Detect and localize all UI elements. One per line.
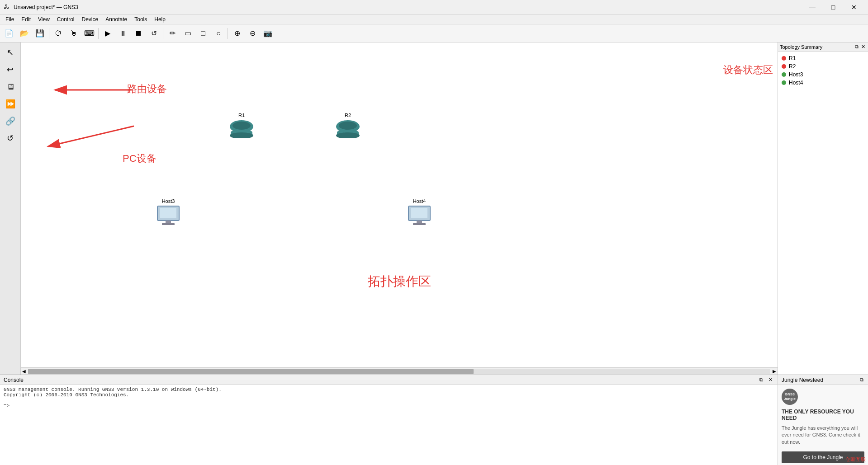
sep3 bbox=[163, 28, 163, 39]
undo-btn[interactable]: ↺ bbox=[2, 130, 19, 146]
forward-btn[interactable]: ⏩ bbox=[2, 96, 19, 112]
timer-btn[interactable]: ⏱ bbox=[51, 26, 66, 41]
topo-device-Host3[interactable]: Host3 bbox=[782, 70, 864, 79]
topology-area-label: 拓扑操作区 bbox=[368, 273, 431, 290]
menu-item-tools[interactable]: Tools bbox=[131, 15, 151, 23]
network-btn[interactable]: 🔗 bbox=[2, 113, 19, 129]
pause-btn[interactable]: ⏸ bbox=[116, 26, 130, 41]
menu-item-edit[interactable]: Edit bbox=[18, 15, 34, 23]
h-scroll-thumb[interactable] bbox=[28, 369, 474, 374]
main-layout: ↖↩🖥⏩🔗↺ 路由设备 bbox=[0, 42, 868, 465]
console-line3 bbox=[4, 398, 774, 403]
pc-Host4-icon bbox=[408, 205, 431, 227]
ellipse-btn[interactable]: ○ bbox=[211, 26, 226, 41]
menu-item-control[interactable]: Control bbox=[53, 15, 78, 23]
rect-btn[interactable]: ▭ bbox=[180, 26, 195, 41]
svg-rect-17 bbox=[411, 208, 427, 218]
select-btn[interactable]: 🖱 bbox=[66, 26, 81, 41]
maximize-button[interactable]: □ bbox=[823, 0, 844, 14]
stop-btn[interactable]: ⏹ bbox=[131, 26, 146, 41]
svg-rect-18 bbox=[417, 221, 422, 223]
reload-btn[interactable]: ↺ bbox=[147, 26, 161, 41]
R2-device-name: R2 bbox=[789, 63, 796, 70]
menu-item-help[interactable]: Help bbox=[151, 15, 169, 23]
zoomin-btn[interactable]: ⊕ bbox=[230, 26, 244, 41]
topology-summary-float-btn[interactable]: ⧉ bbox=[854, 44, 859, 50]
play-btn[interactable]: ▶ bbox=[100, 26, 115, 41]
router-arrow bbox=[50, 79, 141, 106]
console-float-btn[interactable]: ⧉ bbox=[758, 376, 765, 384]
new-btn[interactable]: 📄 bbox=[2, 26, 16, 41]
console-btn[interactable]: ⌨ bbox=[82, 26, 96, 41]
right-panel: Topology Summary ⧉ ✕ R1 R2 Host3 bbox=[778, 42, 868, 375]
console-header-controls: ⧉ ✕ bbox=[758, 376, 774, 384]
topology-canvas: 路由设备 bbox=[21, 42, 778, 366]
news-panel: Jungle Newsfeed ⧉ GNS3Jungle THE ONLY RE… bbox=[778, 375, 868, 465]
zoomout-btn[interactable]: ⊖ bbox=[245, 26, 260, 41]
menu-bar: FileEditViewControlDeviceAnnotateToolsHe… bbox=[0, 14, 868, 24]
window-title: Unsaved project* — GNS3 bbox=[14, 4, 78, 10]
topo-device-Host4[interactable]: Host4 bbox=[782, 79, 864, 87]
cursor-btn[interactable]: ↖ bbox=[2, 44, 19, 61]
menu-item-annotate[interactable]: Annotate bbox=[102, 15, 131, 23]
device-Host3[interactable]: Host3 bbox=[157, 198, 180, 227]
svg-point-9 bbox=[339, 122, 357, 130]
content-area: ↖↩🖥⏩🔗↺ 路由设备 bbox=[0, 42, 868, 375]
h-scrollbar[interactable]: ◀ ▶ bbox=[21, 367, 778, 375]
svg-rect-19 bbox=[413, 223, 426, 225]
Host4-status-dot bbox=[782, 80, 786, 85]
device-R1-label: R1 bbox=[238, 113, 245, 118]
Host4-device-name: Host4 bbox=[789, 80, 803, 86]
console-line1: GNS3 management console. Running GNS3 ve… bbox=[4, 387, 774, 392]
news-float-btn[interactable]: ⧉ bbox=[859, 377, 864, 383]
console-content: GNS3 management console. Running GNS3 ve… bbox=[0, 385, 778, 465]
svg-rect-14 bbox=[166, 221, 171, 223]
device-R2[interactable]: R2 bbox=[335, 113, 360, 138]
topology-summary-header: Topology Summary ⧉ ✕ bbox=[778, 42, 868, 52]
minimize-button[interactable]: — bbox=[802, 0, 823, 14]
sep4 bbox=[228, 28, 228, 39]
svg-rect-15 bbox=[162, 223, 175, 225]
Host3-status-dot bbox=[782, 72, 786, 77]
screenshot-btn[interactable]: 📷 bbox=[261, 26, 275, 41]
topology-summary-close-btn[interactable]: ✕ bbox=[860, 44, 866, 50]
R1-status-dot bbox=[782, 56, 786, 61]
close-button[interactable]: ✕ bbox=[844, 0, 864, 14]
console-title: Console bbox=[4, 377, 24, 383]
h-scroll-track[interactable] bbox=[28, 369, 770, 374]
monitor-btn[interactable]: 🖥 bbox=[2, 79, 19, 95]
menu-item-device[interactable]: Device bbox=[78, 15, 102, 23]
square-btn[interactable]: □ bbox=[196, 26, 210, 41]
console-panel: Console ⧉ ✕ GNS3 management console. Run… bbox=[0, 375, 778, 465]
save-btn[interactable]: 💾 bbox=[33, 26, 47, 41]
sep1 bbox=[49, 28, 49, 39]
device-R1[interactable]: R1 bbox=[229, 113, 254, 138]
topo-device-R1[interactable]: R1 bbox=[782, 54, 864, 62]
open-btn[interactable]: 📂 bbox=[17, 26, 32, 41]
jungle-logo: GNS3Jungle bbox=[782, 389, 864, 405]
device-Host4-label: Host4 bbox=[413, 198, 426, 204]
watermark-label: 创新互联 bbox=[846, 456, 866, 463]
scroll-left-btn[interactable]: ◀ bbox=[21, 368, 27, 375]
back-btn[interactable]: ↩ bbox=[2, 61, 19, 78]
news-body: The Jungle has everything you will ever … bbox=[782, 425, 864, 446]
news-title: Jungle Newsfeed bbox=[782, 377, 823, 383]
bottom-panel: Console ⧉ ✕ GNS3 management console. Run… bbox=[0, 375, 868, 465]
canvas-area[interactable]: 路由设备 bbox=[21, 42, 778, 375]
edit-btn[interactable]: ✏ bbox=[165, 26, 180, 41]
left-sidebar: ↖↩🖥⏩🔗↺ bbox=[0, 42, 21, 375]
console-prompt: => bbox=[4, 403, 774, 409]
device-Host4[interactable]: Host4 bbox=[408, 198, 431, 227]
console-close-btn[interactable]: ✕ bbox=[767, 376, 774, 384]
menu-item-file[interactable]: File bbox=[2, 15, 18, 23]
topology-summary-content: R1 R2 Host3 Host4 bbox=[778, 52, 868, 375]
news-headline: THE ONLY RESOURCE YOU NEED bbox=[782, 409, 864, 421]
router-R1-icon bbox=[229, 119, 254, 138]
device-Host3-label: Host3 bbox=[162, 198, 175, 204]
topo-device-R2[interactable]: R2 bbox=[782, 62, 864, 70]
router-R2-icon bbox=[335, 119, 360, 138]
menu-item-view[interactable]: View bbox=[34, 15, 53, 23]
scroll-right-btn[interactable]: ▶ bbox=[771, 368, 778, 375]
topology-summary-controls: ⧉ ✕ bbox=[854, 44, 866, 50]
news-header: Jungle Newsfeed ⧉ bbox=[778, 375, 868, 385]
